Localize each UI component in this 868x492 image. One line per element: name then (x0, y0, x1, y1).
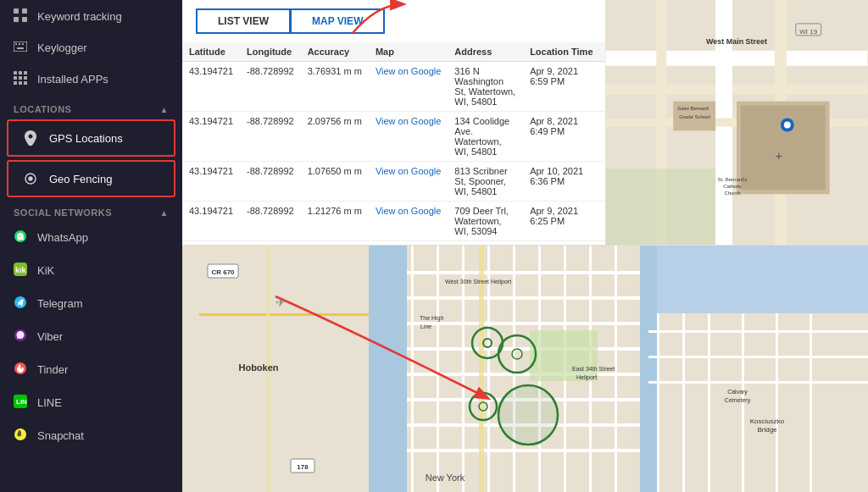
svg-rect-77 (640, 246, 657, 492)
svg-rect-80 (648, 356, 868, 358)
locations-section-header: LOCATIONS ▲ (0, 96, 182, 118)
sidebar-item-keylogger[interactable]: Keylogger (0, 33, 182, 63)
cell-longitude: -88.728992 (240, 162, 301, 202)
top-section: LIST VIEW MAP VIEW (182, 0, 868, 246)
bottom-map: CR 670 178 Hoboken West 30th Street Heli… (182, 246, 868, 492)
col-location-time: Location Time (523, 42, 605, 62)
svg-rect-76 (369, 246, 407, 492)
svg-rect-78 (530, 330, 598, 381)
cell-latitude: 43.194721 (182, 241, 240, 242)
svg-rect-68 (513, 246, 515, 492)
kik-label: KiK (37, 264, 54, 277)
svg-rect-12 (14, 76, 17, 80)
snapchat-label: Snapchat (37, 429, 84, 442)
svg-text:Line: Line (420, 323, 431, 329)
cell-location-time: Apr 9, 2021 6:14 PM (523, 241, 605, 242)
geo-fencing-label: Geo Fencing (49, 173, 112, 185)
sidebar-item-viber[interactable]: Viber (0, 320, 182, 353)
telegram-icon (14, 296, 27, 312)
col-accuracy: Accuracy (301, 42, 369, 62)
cell-accuracy: 1.21276 m m (301, 202, 369, 241)
location-table: Latitude Longitude Accuracy Map Address … (182, 42, 605, 241)
svg-rect-5 (15, 43, 17, 45)
cell-address: 316 N Washington St, Watertown, WI, 5480… (448, 62, 523, 112)
svg-point-19 (29, 177, 32, 180)
installed-apps-label: Installed APPs (37, 73, 108, 86)
svg-rect-31 (606, 51, 868, 66)
svg-rect-86 (776, 313, 778, 492)
svg-rect-32 (606, 85, 868, 95)
list-view-button[interactable]: LIST VIEW (196, 8, 290, 34)
svg-rect-16 (19, 81, 22, 85)
svg-text:The High: The High (420, 315, 444, 322)
cell-map-link[interactable]: View on Google (369, 62, 448, 112)
svg-rect-3 (22, 17, 27, 22)
svg-rect-17 (24, 81, 27, 85)
tinder-icon (14, 362, 27, 378)
small-map-svg: + West Main Street WI 19 Saint Bernard G… (605, 0, 868, 245)
cell-map-link[interactable]: View on Google (369, 241, 448, 242)
svg-rect-81 (648, 381, 868, 384)
svg-text:Cemetery: Cemetery (725, 397, 751, 404)
table-row: 43.194721 -88.728992 1.07650 m m View on… (182, 162, 605, 202)
svg-rect-15 (14, 81, 17, 85)
view-toggle: LIST VIEW MAP VIEW (182, 0, 605, 42)
keylogger-label: Keylogger (37, 41, 87, 54)
social-chevron: ▲ (160, 208, 169, 218)
table-scroll: Latitude Longitude Accuracy Map Address … (182, 42, 605, 241)
col-address: Address (448, 42, 523, 62)
whatsapp-icon (14, 229, 27, 246)
sidebar-item-kik[interactable]: kik KiK (0, 254, 182, 287)
locations-label: LOCATIONS (14, 104, 71, 114)
cell-latitude: 43.194721 (182, 62, 240, 112)
cell-map-link[interactable]: View on Google (369, 202, 448, 241)
sidebar-item-telegram[interactable]: Telegram (0, 287, 182, 320)
map-view-button[interactable]: MAP VIEW (290, 8, 385, 34)
cell-address: 709 Deer Trl, Watertown, WI, 53094 (448, 202, 523, 241)
cell-latitude: 43.194721 (182, 112, 240, 162)
sidebar-item-whatsapp[interactable]: WhatsApp (0, 221, 182, 254)
svg-text:✈: ✈ (275, 296, 286, 309)
svg-rect-38 (741, 106, 826, 191)
sidebar-item-geo-fencing[interactable]: Geo Fencing (7, 160, 175, 197)
cell-location-time: Apr 10, 2021 6:36 PM (523, 162, 605, 202)
svg-rect-6 (19, 43, 20, 45)
svg-rect-55 (648, 313, 868, 492)
sidebar-item-gps-locations[interactable]: GPS Locations (7, 119, 175, 157)
svg-rect-0 (14, 8, 19, 14)
sidebar: Keyword tracking Keylogger Installed APP… (0, 0, 182, 492)
sidebar-item-keyword-tracking[interactable]: Keyword tracking (0, 0, 182, 33)
sidebar-item-installed-apps[interactable]: Installed APPs (0, 63, 182, 96)
cell-accuracy: 3.76931 m m (301, 241, 369, 242)
gps-locations-label: GPS Locations (49, 132, 123, 145)
kik-icon: kik (14, 263, 27, 279)
cell-address: 813 Scribner St, Spooner, WI, 54801 (448, 162, 523, 202)
svg-text:New York: New York (426, 473, 465, 483)
cell-map-link[interactable]: View on Google (369, 162, 448, 202)
svg-point-50 (784, 122, 791, 129)
svg-rect-87 (810, 313, 812, 492)
cell-latitude: 43.194721 (182, 202, 240, 241)
cell-longitude: -88.728992 (240, 241, 301, 242)
line-label: LINE (37, 396, 62, 409)
sidebar-item-tinder[interactable]: Tinder (0, 353, 182, 386)
whatsapp-label: WhatsApp (37, 231, 88, 244)
cell-address: 134 Coolidge Ave. Watertown, WI, 54801 (448, 112, 523, 162)
cell-map-link[interactable]: View on Google (369, 112, 448, 162)
cell-accuracy: 3.76931 m m (301, 62, 369, 112)
col-map: Map (369, 42, 448, 62)
cell-accuracy: 1.07650 m m (301, 162, 369, 202)
svg-rect-64 (411, 246, 414, 492)
social-networks-section-header: SOCIAL NETWORKS ▲ (0, 199, 182, 221)
grid-icon (14, 8, 27, 25)
svg-text:CR 670: CR 670 (211, 268, 235, 276)
target-icon (22, 170, 39, 187)
svg-text:West Main Street: West Main Street (706, 37, 767, 46)
sidebar-item-snapchat[interactable]: Snapchat (0, 419, 182, 452)
svg-rect-73 (199, 313, 369, 316)
svg-text:WI 19: WI 19 (799, 28, 817, 36)
viber-icon (14, 329, 27, 345)
apps-icon (14, 71, 27, 87)
svg-text:West 30th Street Heliport: West 30th Street Heliport (445, 279, 511, 285)
sidebar-item-line[interactable]: LINE LINE (0, 386, 182, 419)
